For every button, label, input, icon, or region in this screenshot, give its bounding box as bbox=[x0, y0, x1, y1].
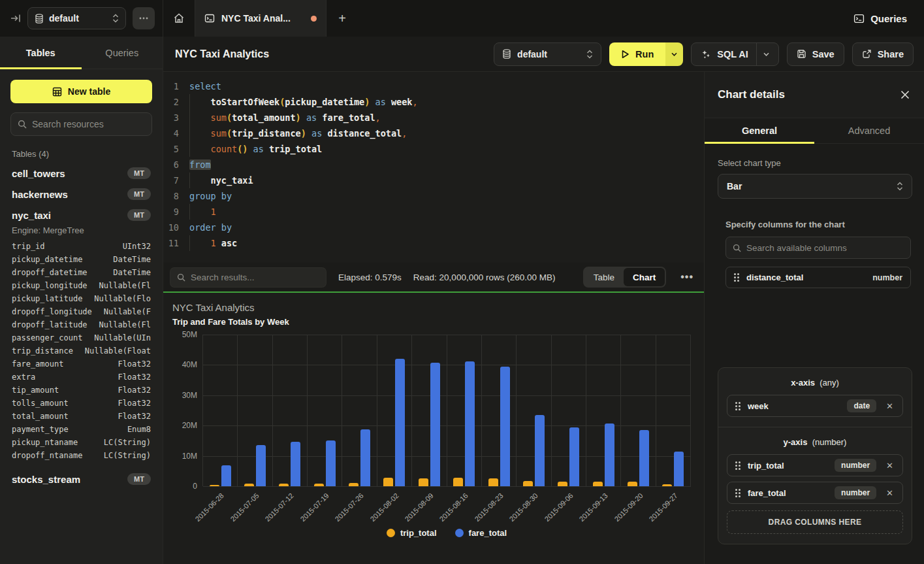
table-row-cell_towers[interactable]: cell_towersMT bbox=[10, 163, 152, 184]
code-line: 5 count() as trip_total bbox=[163, 141, 704, 157]
view-toggle-chart[interactable]: Chart bbox=[624, 268, 665, 286]
remove-icon[interactable]: ✕ bbox=[884, 401, 896, 411]
axis-item-trip_total[interactable]: trip_totalnumber✕ bbox=[727, 454, 903, 476]
chevron-updown-icon bbox=[586, 50, 593, 59]
sql-ai-button[interactable]: SQL AI bbox=[691, 42, 779, 66]
sql-ai-options-button[interactable] bbox=[756, 43, 769, 65]
sidebar-tab-tables[interactable]: Tables bbox=[0, 37, 82, 69]
view-toggle-table[interactable]: Table bbox=[584, 268, 624, 286]
drag-handle-icon[interactable] bbox=[735, 461, 741, 470]
bar-fare_total[interactable] bbox=[605, 423, 614, 487]
chevron-updown-icon bbox=[897, 182, 903, 191]
read-stat: Read: 20,000,000 rows (260.00 MB) bbox=[413, 273, 556, 282]
share-button[interactable]: Share bbox=[852, 42, 914, 66]
y-axis-items: trip_totalnumber✕fare_totalnumber✕ bbox=[727, 454, 903, 504]
chart-type-select[interactable]: Bar bbox=[718, 174, 912, 199]
column-row: pickup_ntanameLC(String) bbox=[10, 436, 152, 449]
bar-trip_total[interactable] bbox=[453, 478, 463, 486]
axis-item-fare_total[interactable]: fare_totalnumber✕ bbox=[727, 482, 903, 504]
x-axis-labels: 2015-06-282015-07-052015-07-122015-07-19… bbox=[202, 486, 691, 527]
bar-group bbox=[656, 335, 691, 486]
bar-fare_total[interactable] bbox=[291, 442, 300, 486]
column-name: tip_amount bbox=[12, 384, 59, 397]
bar-trip_total[interactable] bbox=[383, 478, 393, 486]
run-options-button[interactable] bbox=[665, 42, 683, 66]
y-axis-header: y-axis (number) bbox=[727, 437, 903, 447]
bar-fare_total[interactable] bbox=[465, 361, 475, 486]
bar-fare_total[interactable] bbox=[326, 440, 336, 486]
drag-handle-icon[interactable] bbox=[735, 402, 741, 410]
bar-trip_total[interactable] bbox=[558, 482, 567, 486]
resource-search[interactable] bbox=[10, 112, 152, 136]
bar-fare_total[interactable] bbox=[221, 465, 231, 486]
bar-fare_total[interactable] bbox=[430, 363, 440, 486]
run-button[interactable]: Run bbox=[609, 42, 665, 66]
bar-fare_total[interactable] bbox=[639, 430, 649, 486]
sql-editor[interactable]: 1select2 toStartOfWeek(pickup_datetime) … bbox=[163, 72, 704, 263]
bar-fare_total[interactable] bbox=[256, 445, 266, 486]
results-more-button[interactable]: ••• bbox=[678, 271, 696, 283]
bar-trip_total[interactable] bbox=[593, 482, 603, 486]
column-type: LC(String) bbox=[104, 449, 151, 462]
code-line: 6from bbox=[163, 157, 704, 173]
results-search[interactable] bbox=[170, 267, 327, 288]
drag-handle-icon[interactable] bbox=[734, 273, 739, 282]
available-column-distance_total[interactable]: distance_totalnumber bbox=[725, 267, 911, 288]
save-button[interactable]: Save bbox=[787, 42, 844, 66]
legend-item-trip_total[interactable]: trip_total bbox=[387, 528, 437, 538]
column-type: Nullable(Float bbox=[85, 344, 151, 357]
bar-fare_total[interactable] bbox=[535, 415, 545, 486]
sidebar-tab-queries[interactable]: Queries bbox=[82, 37, 163, 69]
bar-fare_total[interactable] bbox=[500, 367, 510, 486]
bar-fare_total[interactable] bbox=[395, 359, 405, 486]
legend-item-fare_total[interactable]: fare_total bbox=[455, 528, 507, 538]
drag-handle-icon[interactable] bbox=[735, 489, 741, 497]
tab-general[interactable]: General bbox=[705, 118, 814, 143]
toolbar-database-selector[interactable]: default bbox=[494, 42, 601, 66]
column-row: pickup_datetimeDateTime bbox=[10, 253, 152, 266]
axis-item-week[interactable]: weekdate✕ bbox=[727, 395, 903, 417]
bar-fare_total[interactable] bbox=[674, 452, 684, 486]
database-icon bbox=[35, 14, 44, 24]
close-icon[interactable] bbox=[900, 90, 910, 99]
column-type: Nullable(Flo bbox=[94, 292, 151, 305]
remove-icon[interactable]: ✕ bbox=[884, 461, 896, 471]
columns-search[interactable] bbox=[725, 237, 911, 259]
results-search-input[interactable] bbox=[191, 273, 319, 282]
queries-link[interactable]: Queries bbox=[836, 13, 924, 24]
bar-trip_total[interactable] bbox=[419, 478, 428, 486]
y-tick-label: 30M bbox=[172, 391, 197, 400]
search-icon bbox=[177, 273, 185, 282]
remove-icon[interactable]: ✕ bbox=[884, 488, 896, 498]
bar-trip_total[interactable] bbox=[488, 478, 498, 486]
home-button[interactable] bbox=[163, 0, 195, 37]
tab-nyc-taxi-analytics[interactable]: NYC Taxi Anal... bbox=[195, 0, 327, 37]
new-table-button[interactable]: New table bbox=[10, 80, 152, 103]
resource-search-input[interactable] bbox=[32, 119, 145, 129]
bar-group bbox=[203, 335, 238, 486]
code-text: select bbox=[189, 78, 221, 94]
collapse-sidebar-icon[interactable] bbox=[10, 13, 21, 24]
table-row-stocks_stream[interactable]: stocks_streamMT bbox=[10, 469, 152, 489]
table-row-nyc_taxi[interactable]: nyc_taxiMT bbox=[10, 205, 152, 225]
tab-advanced[interactable]: Advanced bbox=[814, 118, 924, 143]
legend-dot bbox=[387, 529, 395, 537]
sidebar-more-button[interactable] bbox=[133, 7, 155, 29]
bar-trip_total[interactable] bbox=[628, 482, 637, 486]
elapsed-stat: Elapsed: 0.579s bbox=[338, 273, 402, 282]
legend-dot bbox=[455, 529, 464, 537]
table-name: cell_towers bbox=[12, 168, 65, 179]
table-row-hackernews[interactable]: hackernewsMT bbox=[10, 184, 152, 205]
new-tab-button[interactable]: + bbox=[327, 0, 358, 37]
drop-zone[interactable]: DRAG COLUMNS HERE bbox=[727, 510, 903, 534]
code-line: 9 1 bbox=[163, 204, 704, 220]
column-type: UInt32 bbox=[123, 240, 151, 253]
search-icon bbox=[18, 120, 27, 129]
bar-fare_total[interactable] bbox=[360, 429, 370, 486]
column-name: extra bbox=[12, 371, 35, 384]
chart-plot[interactable] bbox=[202, 335, 691, 486]
columns-search-input[interactable] bbox=[746, 243, 904, 253]
database-selector[interactable]: default bbox=[27, 7, 126, 29]
bar-fare_total[interactable] bbox=[569, 427, 579, 486]
bar-trip_total[interactable] bbox=[523, 481, 533, 486]
